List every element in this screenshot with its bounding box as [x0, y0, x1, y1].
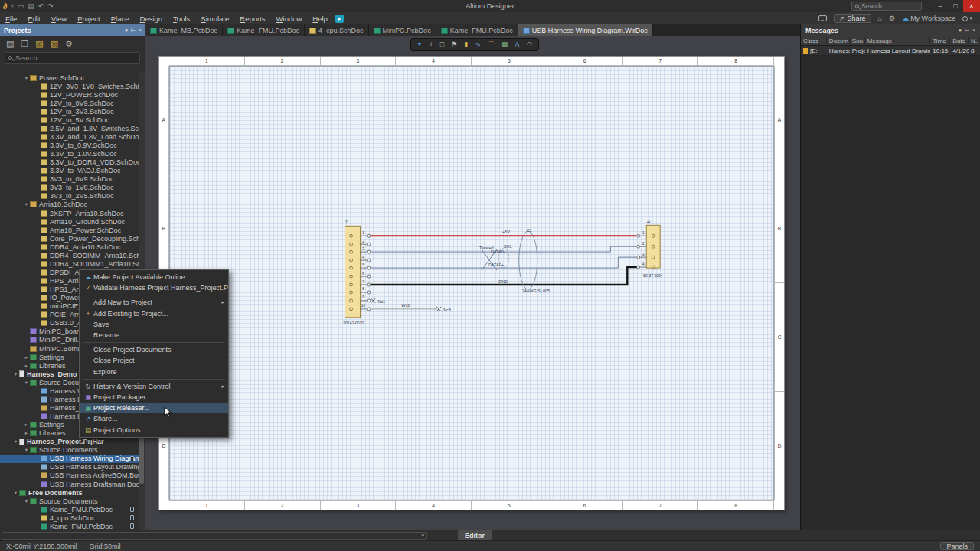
tree-item[interactable]: 12V_POWER.SchDoc [0, 90, 139, 99]
open-folder-icon[interactable]: ▨ [35, 39, 43, 49]
tab-Kame_FMU.PcbDoc[interactable]: Kame_FMU.PcbDoc [223, 24, 305, 36]
tab-USB Harness Wiring Diagram.WirDoc[interactable]: USB Harness Wiring Diagram.WirDoc [518, 24, 653, 36]
storage-icon[interactable]: ▤ [6, 39, 14, 49]
context-menu-item[interactable]: ▤Project Options... [80, 424, 228, 435]
tree-item[interactable]: DDR4_SODIMM_Arria10.SchDo [0, 251, 139, 259]
tree-item[interactable]: DDR4_SODIMM1_Arria10.SchD [0, 259, 139, 268]
context-menu-item[interactable]: Close Project Documents [80, 344, 228, 355]
tree-item[interactable]: 12V_3V3_1V8_Swiches.SchDoc [0, 82, 139, 90]
tab-Kame_MB.PcbDoc[interactable]: Kame_MB.PcbDoc [145, 24, 223, 36]
document-icon[interactable]: ❒ [21, 39, 28, 49]
tree-item[interactable]: Core_Power_Decoupling.SchDoc [0, 234, 139, 243]
context-menu-item[interactable]: ✓Validate Harness Project Harness_Projec… [80, 282, 228, 293]
tree-item[interactable]: ▾Arria10.SchDoc [0, 201, 139, 209]
panel-dropdown-icon[interactable]: ▾ [125, 28, 128, 34]
menu-file[interactable]: File [0, 15, 22, 23]
dxp-icon[interactable]: ▸ [335, 15, 344, 23]
context-menu-item[interactable]: Add New to Project▸ [80, 297, 228, 308]
settings-icon[interactable]: ⚙ [65, 39, 73, 49]
tree-item[interactable]: DDR4_Arria10.SchDoc [0, 243, 139, 251]
tree-item[interactable]: 3V3_to_0V9.SchDoc [0, 175, 139, 184]
tree-item[interactable]: 2.5V_and_1.8V_Switches.SchDoc [0, 124, 139, 132]
menu-place[interactable]: Place [106, 15, 135, 23]
cable-c1[interactable] [519, 231, 537, 289]
context-menu-item[interactable]: ☁Make Project Available Online... [80, 272, 228, 282]
menu-edit[interactable]: Edit [22, 15, 45, 23]
tree-item[interactable]: 3V3_to_2V5.SchDoc [0, 192, 139, 201]
expanded-arrow-icon[interactable]: ▾ [23, 380, 30, 386]
flag-icon[interactable]: ⚑ [451, 39, 457, 50]
messages-column-header[interactable]: Docum... [827, 37, 850, 44]
expanded-arrow-icon[interactable]: ▾ [12, 490, 19, 496]
tree-item[interactable]: 3.3V_and_1.8V_Load.SchDoc [0, 132, 139, 141]
sheet-grid[interactable]: J1 90142-0010 J2 50-37-9004 [169, 66, 774, 500]
text-icon[interactable]: A [515, 39, 520, 50]
tab-4_cpu.SchDoc[interactable]: 4_cpu.SchDoc [305, 24, 369, 36]
redo-icon[interactable]: ↷ [47, 2, 54, 10]
schematic-sheet[interactable]: 12345678 12345678 ABCD ABCD J1 90142-001… [158, 56, 785, 510]
menu-project[interactable]: Project [72, 15, 106, 23]
context-menu-item[interactable]: ↻History & Version Control▸ [80, 381, 228, 392]
panel-close-icon[interactable]: × [972, 28, 975, 34]
new-document-icon[interactable]: ▫ [11, 2, 13, 10]
tree-item[interactable]: ▾Power.SchDoc [0, 73, 139, 82]
collapsed-arrow-icon[interactable]: ▸ [23, 422, 30, 428]
tree-item[interactable]: 2XSFP_Arria10.SchDoc [0, 209, 139, 217]
tree-item[interactable]: ▾Source Documents [0, 497, 139, 505]
expanded-arrow-icon[interactable]: ▾ [12, 371, 19, 377]
tree-item[interactable]: 12V_to_5V.SchDoc [0, 116, 139, 124]
global-search-input[interactable]: Search [851, 2, 922, 11]
message-row[interactable]: [E:HarnessProje:Harness Layout Drawing1.… [801, 46, 980, 56]
expanded-arrow-icon[interactable]: ▾ [23, 75, 30, 81]
tree-item[interactable]: ▾Harness_Project.PrjHar [0, 438, 139, 446]
connector-j2[interactable] [646, 225, 660, 268]
panel-dropdown-icon[interactable]: ▾ [959, 28, 962, 34]
notifications-icon[interactable]: ⚙ [889, 15, 895, 22]
messages-column-header[interactable]: Sou... [850, 37, 865, 44]
tree-item[interactable]: 3V3_to_1V8.SchDoc [0, 184, 139, 192]
collapsed-arrow-icon[interactable]: ▸ [23, 363, 30, 369]
connector-j1[interactable] [345, 226, 361, 318]
expanded-arrow-icon[interactable]: ▾ [23, 447, 30, 453]
messages-column-header[interactable]: Message [865, 37, 931, 44]
close-button[interactable]: × [963, 0, 980, 12]
collapsed-arrow-icon[interactable]: ▸ [23, 430, 30, 436]
tree-item[interactable]: 3.3V_to_1.0V.SchDoc [0, 150, 139, 158]
tree-item[interactable]: ▾Source Documents [0, 446, 139, 455]
wire-icon[interactable]: ∿ [475, 39, 481, 50]
chevron-down-icon[interactable]: ▾ [421, 533, 424, 539]
editor-tab[interactable]: Editor [458, 530, 492, 540]
tree-item[interactable]: Kame_FMU.PcbDoc [0, 505, 139, 514]
folders-icon[interactable]: ▧ [51, 39, 58, 49]
context-menu-item[interactable]: ▣Project Releaser... [80, 403, 228, 413]
collapsed-arrow-icon[interactable]: ▸ [23, 354, 30, 360]
messages-column-header[interactable]: Date [950, 37, 969, 44]
tab-Kame_FMU.PcbDoc[interactable]: Kame_FMU.PcbDoc [436, 24, 518, 36]
splice-icon[interactable]: ⌒ [488, 39, 495, 50]
context-menu-item[interactable]: Close Project [80, 355, 228, 366]
tree-item[interactable]: 3.3V_to_DDR4_VDD.SchDoc [0, 158, 139, 167]
expanded-arrow-icon[interactable]: ▾ [12, 439, 19, 445]
context-menu-item[interactable]: Save [80, 319, 228, 330]
tree-item[interactable]: 4_cpu.SchDoc [0, 514, 139, 522]
tree-item[interactable]: Arria10_Power.SchDoc [0, 226, 139, 234]
messages-column-header[interactable]: Class [801, 37, 827, 44]
menu-window[interactable]: Window [271, 15, 308, 23]
messages-column-header[interactable]: Time [930, 37, 950, 44]
expanded-arrow-icon[interactable]: ▾ [23, 498, 30, 504]
move-icon[interactable]: + [429, 39, 433, 50]
save-icon[interactable]: ▤ [28, 2, 34, 10]
expanded-arrow-icon[interactable]: ▾ [23, 201, 30, 207]
menu-tools[interactable]: Tools [168, 15, 195, 23]
context-menu-item[interactable]: ▣Project Packager... [80, 392, 228, 403]
context-menu-item[interactable]: +Add Existing to Project... [80, 308, 228, 319]
menu-simulate[interactable]: Simulate [195, 15, 234, 23]
filter-icon[interactable]: ▼ [417, 39, 423, 50]
panel-pin-icon[interactable]: ⊢ [965, 28, 969, 34]
comment-icon[interactable] [818, 15, 827, 21]
menu-reports[interactable]: Reports [234, 15, 270, 23]
tree-item[interactable]: USB Harness Layout Drawing.LdrDoc [0, 463, 139, 471]
user-account-button[interactable]: ▾ [962, 15, 972, 21]
tree-item[interactable]: 12V_to_3V3.SchDoc [0, 107, 139, 116]
undo-icon[interactable]: ↶ [38, 2, 44, 10]
